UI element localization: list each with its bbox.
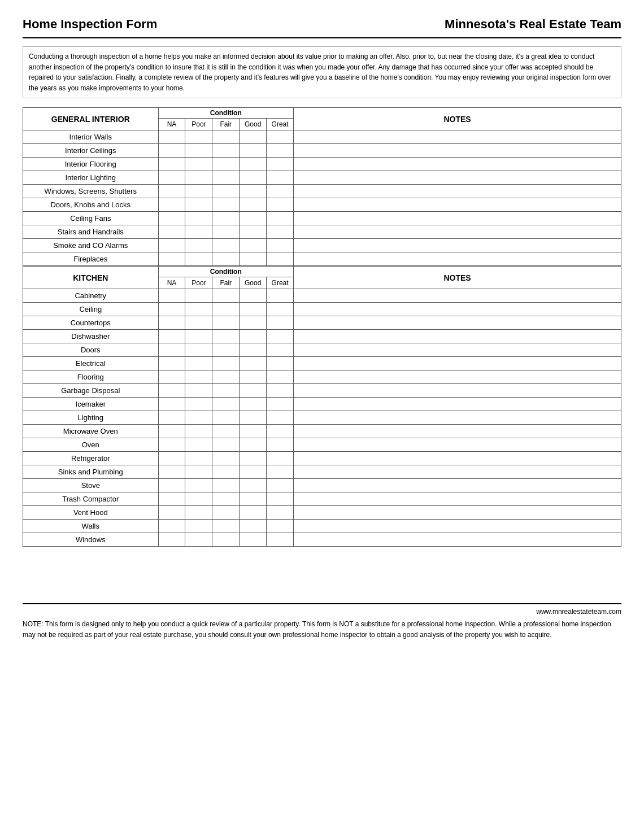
notes-cell[interactable]	[294, 185, 621, 198]
cell-na[interactable]	[158, 452, 185, 465]
cell-great[interactable]	[267, 239, 294, 252]
cell-great[interactable]	[267, 144, 294, 158]
cell-na[interactable]	[158, 479, 185, 492]
cell-poor[interactable]	[185, 384, 212, 398]
cell-good[interactable]	[240, 479, 267, 492]
cell-na[interactable]	[158, 425, 185, 438]
cell-good[interactable]	[240, 384, 267, 398]
cell-great[interactable]	[267, 479, 294, 492]
cell-fair[interactable]	[212, 185, 240, 198]
cell-great[interactable]	[267, 465, 294, 479]
cell-fair[interactable]	[212, 506, 240, 520]
cell-poor[interactable]	[185, 303, 212, 316]
cell-great[interactable]	[267, 492, 294, 506]
notes-cell[interactable]	[294, 357, 621, 370]
cell-fair[interactable]	[212, 239, 240, 252]
cell-fair[interactable]	[212, 158, 240, 171]
cell-fair[interactable]	[212, 144, 240, 158]
notes-cell[interactable]	[294, 425, 621, 438]
cell-na[interactable]	[158, 533, 185, 547]
notes-cell[interactable]	[294, 398, 621, 411]
cell-na[interactable]	[158, 343, 185, 357]
cell-good[interactable]	[240, 411, 267, 425]
cell-good[interactable]	[240, 185, 267, 198]
cell-na[interactable]	[158, 398, 185, 411]
notes-cell[interactable]	[294, 158, 621, 171]
cell-poor[interactable]	[185, 330, 212, 343]
cell-great[interactable]	[267, 330, 294, 343]
cell-fair[interactable]	[212, 198, 240, 212]
cell-good[interactable]	[240, 357, 267, 370]
notes-cell[interactable]	[294, 533, 621, 547]
cell-good[interactable]	[240, 171, 267, 185]
cell-poor[interactable]	[185, 357, 212, 370]
notes-cell[interactable]	[294, 289, 621, 303]
cell-good[interactable]	[240, 506, 267, 520]
cell-good[interactable]	[240, 225, 267, 239]
cell-good[interactable]	[240, 144, 267, 158]
cell-na[interactable]	[158, 185, 185, 198]
cell-poor[interactable]	[185, 425, 212, 438]
cell-poor[interactable]	[185, 212, 212, 225]
cell-good[interactable]	[240, 438, 267, 452]
cell-fair[interactable]	[212, 212, 240, 225]
cell-poor[interactable]	[185, 158, 212, 171]
cell-good[interactable]	[240, 239, 267, 252]
cell-poor[interactable]	[185, 506, 212, 520]
cell-na[interactable]	[158, 506, 185, 520]
cell-fair[interactable]	[212, 357, 240, 370]
cell-poor[interactable]	[185, 492, 212, 506]
notes-cell[interactable]	[294, 316, 621, 330]
cell-great[interactable]	[267, 198, 294, 212]
cell-na[interactable]	[158, 252, 185, 266]
cell-poor[interactable]	[185, 289, 212, 303]
cell-fair[interactable]	[212, 425, 240, 438]
cell-fair[interactable]	[212, 384, 240, 398]
cell-fair[interactable]	[212, 492, 240, 506]
cell-poor[interactable]	[185, 438, 212, 452]
cell-poor[interactable]	[185, 171, 212, 185]
cell-good[interactable]	[240, 465, 267, 479]
cell-fair[interactable]	[212, 330, 240, 343]
notes-cell[interactable]	[294, 198, 621, 212]
cell-na[interactable]	[158, 212, 185, 225]
cell-poor[interactable]	[185, 465, 212, 479]
cell-great[interactable]	[267, 438, 294, 452]
cell-na[interactable]	[158, 289, 185, 303]
cell-fair[interactable]	[212, 533, 240, 547]
notes-cell[interactable]	[294, 130, 621, 144]
cell-na[interactable]	[158, 384, 185, 398]
cell-fair[interactable]	[212, 289, 240, 303]
notes-cell[interactable]	[294, 370, 621, 384]
cell-good[interactable]	[240, 303, 267, 316]
cell-na[interactable]	[158, 316, 185, 330]
cell-poor[interactable]	[185, 343, 212, 357]
cell-fair[interactable]	[212, 343, 240, 357]
notes-cell[interactable]	[294, 252, 621, 266]
cell-poor[interactable]	[185, 130, 212, 144]
cell-fair[interactable]	[212, 370, 240, 384]
cell-good[interactable]	[240, 252, 267, 266]
cell-fair[interactable]	[212, 252, 240, 266]
cell-poor[interactable]	[185, 144, 212, 158]
cell-poor[interactable]	[185, 252, 212, 266]
cell-na[interactable]	[158, 171, 185, 185]
cell-fair[interactable]	[212, 520, 240, 533]
cell-fair[interactable]	[212, 171, 240, 185]
notes-cell[interactable]	[294, 465, 621, 479]
cell-great[interactable]	[267, 252, 294, 266]
cell-poor[interactable]	[185, 452, 212, 465]
cell-fair[interactable]	[212, 452, 240, 465]
cell-great[interactable]	[267, 370, 294, 384]
notes-cell[interactable]	[294, 330, 621, 343]
cell-poor[interactable]	[185, 239, 212, 252]
cell-na[interactable]	[158, 130, 185, 144]
cell-fair[interactable]	[212, 316, 240, 330]
cell-great[interactable]	[267, 520, 294, 533]
cell-good[interactable]	[240, 425, 267, 438]
cell-fair[interactable]	[212, 438, 240, 452]
cell-good[interactable]	[240, 158, 267, 171]
cell-great[interactable]	[267, 357, 294, 370]
notes-cell[interactable]	[294, 506, 621, 520]
cell-poor[interactable]	[185, 370, 212, 384]
